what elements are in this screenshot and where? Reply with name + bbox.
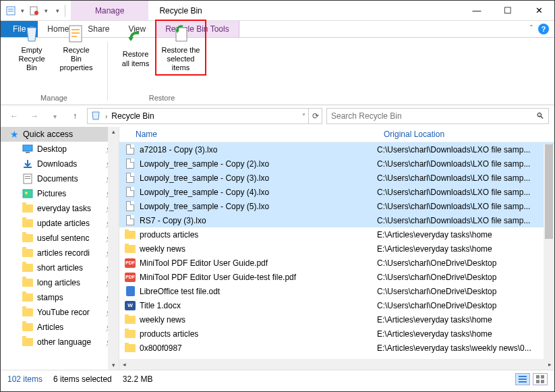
scroll-up-icon[interactable]: ▴ (108, 127, 119, 136)
sidebar-scrollbar[interactable]: ▴ ▾ (108, 127, 119, 370)
restore-selected-items-button[interactable]: Restore the selected items (155, 20, 206, 76)
folder-icon (125, 329, 136, 339)
folder-icon (22, 203, 33, 214)
collapse-ribbon-icon[interactable]: ˆ (530, 24, 533, 34)
sidebar-item[interactable]: Pictures📌 (1, 186, 119, 201)
svg-rect-6 (71, 29, 80, 30)
scroll-thumb[interactable] (545, 144, 553, 239)
scroll-left-icon[interactable]: ◂ (119, 361, 129, 368)
restore-all-items-button[interactable]: Restore all items (117, 24, 154, 71)
file-row[interactable]: 0x800f0987E:\Articles\everyday tasks\wee… (119, 341, 554, 355)
file-row[interactable]: PDFMiniTool PDF Editor User Guide.pdfC:\… (119, 256, 554, 270)
original-location: C:\Users\charl\OneDrive\Desktop (377, 301, 549, 310)
navigation-pane[interactable]: ★ Quick access Desktop📌Downloads📌Documen… (1, 127, 119, 370)
up-button[interactable]: ↑ (67, 108, 83, 124)
sidebar-item[interactable]: update articles📌 (1, 216, 119, 231)
file-row[interactable]: products articlesE:\Articles\everyday ta… (119, 327, 554, 341)
original-location: E:\Articles\everyday tasks\home (377, 230, 549, 240)
label: Recycle Bin properties (57, 46, 96, 73)
sidebar-item[interactable]: Downloads📌 (1, 157, 119, 171)
new-icon[interactable] (28, 5, 40, 17)
pdf-icon: PDF (125, 272, 136, 283)
pdf-icon: PDF (125, 258, 136, 269)
large-icons-view-button[interactable] (533, 373, 548, 385)
recent-locations-button[interactable]: ▾ (47, 108, 63, 124)
sidebar-item[interactable]: short articles📌 (1, 260, 119, 275)
file-row[interactable]: products articlesE:\Articles\everyday ta… (119, 227, 554, 242)
chevron-down-icon[interactable]: ▾ (21, 7, 24, 14)
sidebar-item[interactable]: YouTube recor📌 (1, 305, 119, 320)
file-name: Lowpoly_tree_sample - Copy (3).lxo (140, 173, 269, 183)
search-input[interactable]: Search Recycle Bin 🔍︎ (326, 108, 549, 124)
horizontal-scrollbar[interactable]: ◂ ▸ (119, 359, 554, 370)
sidebar-item[interactable]: useful sentenc📌 (1, 231, 119, 246)
sidebar-item[interactable]: Desktop📌 (1, 142, 119, 157)
window-title: Recycle Bin (159, 1, 202, 20)
file-row[interactable]: a72018 - Copy (3).lxoC:\Users\charl\Down… (119, 142, 554, 157)
original-location: C:\Users\charl\OneDrive\Desktop (377, 287, 549, 296)
file-row[interactable]: weekly newsE:\Articles\everyday tasks\ho… (119, 242, 554, 256)
file-row[interactable]: RS7 - Copy (3).lxoC:\Users\charl\Downloa… (119, 213, 554, 227)
folder-icon (125, 314, 136, 325)
original-location: C:\Users\charl\Downloads\LXO file samp..… (377, 188, 549, 197)
file-row[interactable]: Lowpoly_tree_sample - Copy (4).lxoC:\Use… (119, 185, 554, 199)
minimize-button[interactable]: ― (461, 1, 492, 20)
details-view-button[interactable] (515, 373, 530, 385)
column-headers[interactable]: Name Original Location (119, 127, 554, 142)
file-name: a72018 - Copy (3).lxo (140, 145, 217, 155)
chevron-down-icon[interactable]: ▾ (45, 7, 48, 14)
breadcrumb-segment[interactable]: Recycle Bin (111, 111, 154, 121)
file-name: MiniTool PDF Editor User Guide-test file… (140, 273, 296, 282)
sidebar-quick-access[interactable]: ★ Quick access (1, 127, 119, 142)
quick-access-toolbar: ▾ ▾ ▾ (1, 1, 71, 20)
label: stamps (37, 293, 63, 302)
item-count: 102 items (7, 374, 42, 384)
selection-count: 6 items selected (53, 374, 112, 384)
original-location: E:\Articles\everyday tasks\home (377, 329, 549, 339)
sidebar-item[interactable]: Articles📌 (1, 320, 119, 335)
chevron-right-icon[interactable]: › (105, 113, 107, 120)
docx-icon: W (125, 300, 136, 311)
label: long articles (37, 278, 80, 287)
help-icon[interactable]: ? (538, 24, 549, 34)
search-icon[interactable]: 🔍︎ (536, 111, 544, 121)
group-label: Manage (40, 94, 67, 103)
selection-size: 32.2 MB (123, 374, 153, 384)
sidebar-item[interactable]: Documents📌 (1, 171, 119, 186)
properties-icon[interactable] (5, 5, 17, 17)
back-button[interactable]: ← (6, 108, 22, 124)
forward-button[interactable]: → (26, 108, 42, 124)
sidebar-item[interactable]: stamps📌 (1, 290, 119, 305)
breadcrumb[interactable]: › Recycle Bin ˅ (87, 108, 309, 124)
file-row[interactable]: Lowpoly_tree_sample - Copy (2).lxoC:\Use… (119, 157, 554, 171)
file-row[interactable]: PDFMiniTool PDF Editor User Guide-test f… (119, 270, 554, 284)
file-row[interactable]: weekly newsE:\Articles\everyday tasks\ho… (119, 312, 554, 327)
svg-rect-22 (541, 375, 544, 379)
empty-recycle-bin-button[interactable]: Empty Recycle Bin (10, 20, 53, 76)
close-button[interactable]: ✕ (523, 1, 554, 20)
column-name[interactable]: Name (136, 130, 384, 139)
sidebar-item[interactable]: articles recordi📌 (1, 246, 119, 260)
vertical-scrollbar[interactable]: ▾ (544, 144, 554, 360)
scroll-right-icon[interactable]: ▸ (545, 361, 554, 368)
file-row[interactable]: WTitle 1.docxC:\Users\charl\OneDrive\Des… (119, 298, 554, 312)
file-list: Name Original Location a72018 - Copy (3)… (119, 127, 554, 370)
chevron-down-icon[interactable]: ˅ (302, 113, 305, 120)
sidebar-item[interactable]: long articles📌 (1, 275, 119, 290)
file-row[interactable]: Lowpoly_tree_sample - Copy (5).lxoC:\Use… (119, 199, 554, 213)
refresh-button[interactable]: ⟳ (309, 108, 322, 124)
file-row[interactable]: Lowpoly_tree_sample - Copy (3).lxoC:\Use… (119, 171, 554, 185)
folder-icon (125, 229, 136, 240)
sidebar-item[interactable]: other language📌 (1, 335, 119, 349)
file-row[interactable]: LibreOffice test file.odtC:\Users\charl\… (119, 284, 554, 298)
label: update articles (37, 219, 90, 228)
scroll-down-icon[interactable]: ▾ (108, 360, 119, 370)
svg-rect-2 (8, 11, 13, 11)
column-original-location[interactable]: Original Location (384, 130, 444, 139)
group-label: Restore (149, 94, 175, 103)
recycle-bin-properties-button[interactable]: Recycle Bin properties (55, 20, 98, 76)
maximize-button[interactable]: ☐ (492, 1, 523, 20)
svg-rect-15 (25, 178, 30, 179)
qat-customize-icon[interactable]: ▾ (56, 7, 59, 14)
sidebar-item[interactable]: everyday tasks📌 (1, 201, 119, 216)
